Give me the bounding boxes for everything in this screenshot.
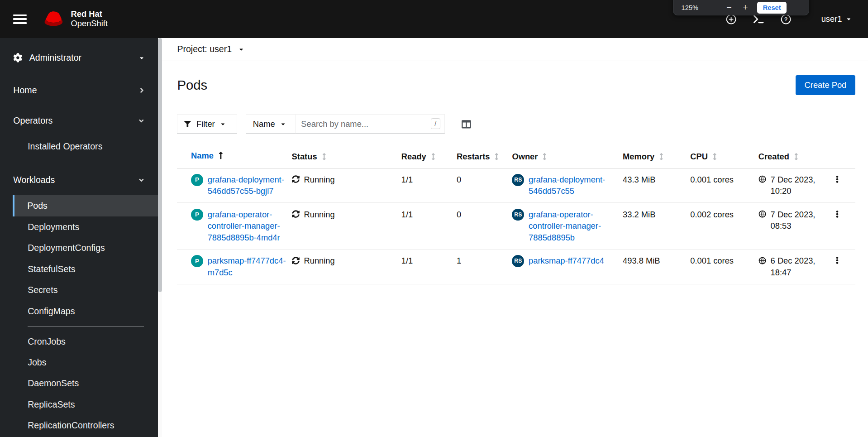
pods-table: Name Status Ready [177, 145, 855, 284]
sidebar-item-installed-operators[interactable]: Installed Operators [13, 136, 157, 157]
chevron-down-icon [138, 117, 145, 125]
sidebar-item-secrets[interactable]: Secrets [13, 279, 157, 300]
plus-circle-icon [726, 14, 736, 24]
zoom-level: 125% [682, 4, 699, 11]
zoom-in-button[interactable]: + [741, 3, 750, 12]
sort-by-status-button[interactable]: Status [292, 151, 401, 163]
pod-name-link[interactable]: grafana-deployment-546dd57c55-bgjl7 [208, 174, 292, 197]
page-title: Pods [177, 77, 207, 93]
filter-dropdown[interactable]: Filter [177, 114, 237, 134]
column-header-restarts: Restarts [457, 151, 490, 163]
nav-label: CronJobs [28, 336, 66, 346]
sidebar-item-cronjobs[interactable]: CronJobs [13, 331, 157, 352]
user-menu[interactable]: user1 [818, 14, 854, 24]
brand-logo[interactable]: Red Hat OpenShift [42, 10, 108, 29]
replicaset-badge: RS [512, 209, 524, 221]
sort-icon [495, 153, 499, 160]
zoom-out-button[interactable]: − [725, 3, 734, 12]
sort-by-cpu-button[interactable]: CPU [690, 151, 758, 163]
caret-down-icon [281, 121, 286, 127]
search-input[interactable] [296, 115, 444, 134]
column-header-name: Name [191, 151, 214, 161]
chevron-down-icon [138, 177, 145, 184]
slash-shortcut-hint: / [431, 118, 440, 129]
sidebar-item-replicasets[interactable]: ReplicaSets [13, 394, 157, 415]
brand-line1: Red Hat [71, 10, 108, 19]
restarts-cell: 0 [457, 174, 512, 186]
sidebar-item-deploymentconfigs[interactable]: DeploymentConfigs [13, 237, 157, 258]
sort-by-memory-button[interactable]: Memory [623, 151, 690, 163]
owner-link[interactable]: grafana-operator-controller-manager-7885… [529, 209, 623, 244]
sidebar-item-deployments[interactable]: Deployments [13, 216, 157, 237]
search-attribute-label: Name [253, 119, 275, 129]
project-bar: Project: user1 [162, 38, 868, 61]
memory-cell: 33.2 MiB [623, 209, 690, 221]
sidebar-item-operators[interactable]: Operators [0, 106, 158, 136]
sidebar-item-daemonsets[interactable]: DaemonSets [13, 373, 157, 394]
sort-by-created-button[interactable]: Created [758, 151, 824, 163]
sidebar-item-pods[interactable]: Pods [13, 195, 157, 216]
chevron-right-icon [139, 86, 144, 94]
columns-icon [462, 120, 471, 129]
sort-icon [794, 153, 798, 160]
kebab-icon [836, 256, 839, 265]
row-kebab-menu-button[interactable] [833, 174, 842, 185]
owner-link[interactable]: parksmap-ff7477dc4 [529, 255, 604, 267]
created-text: 7 Dec 2023, 10:20 [771, 174, 824, 197]
nav-label: Deployments [28, 222, 79, 232]
sidebar-item-replicationcontrollers[interactable]: ReplicationControllers [13, 415, 157, 436]
timestamp-globe-icon [758, 175, 766, 183]
page-header: Pods Create Pod [177, 75, 855, 95]
nav-label: Home [13, 85, 37, 96]
zoom-reset-button[interactable]: Reset [757, 2, 786, 14]
nav-toggle-button[interactable] [13, 14, 26, 24]
filter-label: Filter [196, 119, 215, 129]
sort-by-owner-button[interactable]: Owner [512, 151, 623, 163]
row-kebab-menu-button[interactable] [833, 209, 842, 220]
sidebar-item-workloads[interactable]: Workloads [0, 165, 158, 195]
created-text: 6 Dec 2023, 18:47 [771, 255, 824, 278]
caret-down-icon [846, 16, 851, 22]
perspective-switcher[interactable]: Administrator [0, 47, 158, 68]
table-header-row: Name Status Ready [177, 145, 855, 168]
running-sync-icon [292, 210, 300, 218]
sort-icon [543, 153, 547, 160]
sidebar-item-home[interactable]: Home [0, 75, 158, 106]
project-selector-label: Project: user1 [177, 44, 232, 54]
caret-down-icon [139, 55, 144, 61]
column-header-cpu: CPU [690, 151, 708, 163]
search-attribute-dropdown[interactable]: Name [246, 114, 296, 134]
svg-text:?: ? [784, 16, 788, 23]
sort-by-ready-button[interactable]: Ready [401, 151, 457, 163]
nav-label: Operators [13, 115, 52, 127]
column-management-button[interactable] [462, 120, 471, 129]
sidebar-item-configmaps[interactable]: ConfigMaps [13, 301, 157, 322]
sidebar-item-jobs[interactable]: Jobs [13, 352, 157, 373]
pod-name-link[interactable]: grafana-operator-controller-manager-7885… [208, 209, 292, 244]
user-name: user1 [821, 14, 842, 24]
owner-link[interactable]: grafana-deployment-546dd57c55 [529, 174, 623, 197]
help-button[interactable]: ? [781, 14, 791, 24]
restarts-cell: 1 [457, 255, 512, 267]
project-selector[interactable]: Project: user1 [177, 44, 244, 54]
sidebar-item-statefulsets[interactable]: StatefulSets [13, 259, 157, 279]
kebab-icon [836, 210, 839, 219]
browser-zoom-popup: 125% − + Reset [673, 0, 809, 15]
cpu-cell: 0.002 cores [690, 209, 758, 221]
memory-cell: 493.8 MiB [623, 255, 690, 267]
quick-create-button[interactable] [726, 14, 736, 24]
nav-label: ReplicaSets [28, 399, 75, 409]
sidebar-scrollbar[interactable] [158, 38, 162, 437]
caret-down-icon [238, 47, 244, 52]
sort-by-restarts-button[interactable]: Restarts [457, 151, 512, 163]
nav-label: Installed Operators [28, 141, 102, 151]
create-pod-button[interactable]: Create Pod [796, 75, 855, 95]
sort-by-name-button[interactable]: Name [191, 151, 223, 161]
row-kebab-menu-button[interactable] [833, 255, 842, 266]
web-terminal-button[interactable] [753, 14, 764, 24]
hamburger-icon [13, 14, 26, 24]
perspective-label: Administrator [29, 53, 81, 63]
pod-name-link[interactable]: parksmap-ff7477dc4-m7d5c [208, 255, 292, 278]
nav-label: DaemonSets [28, 378, 79, 388]
scrollbar-thumb[interactable] [158, 38, 162, 292]
